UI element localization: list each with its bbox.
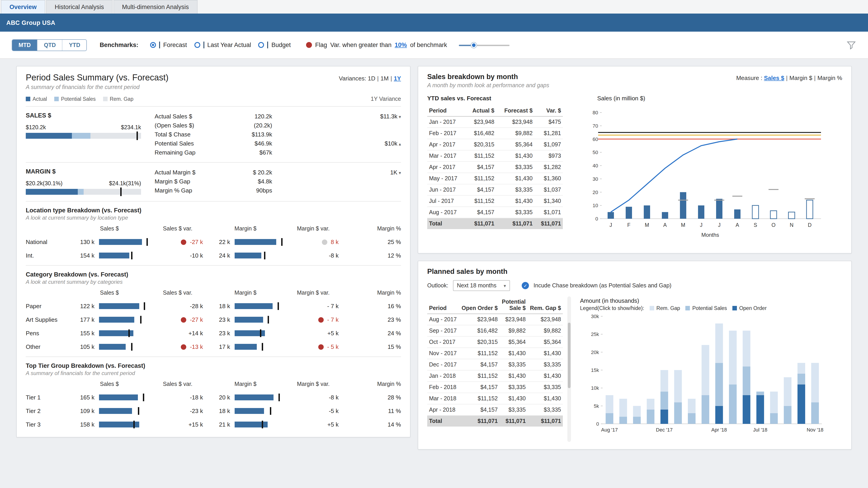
rem-gap-segment [770,392,778,413]
margin-variance-value: 8 k [331,238,339,246]
table-cell: Dec - 2017 [427,359,459,370]
row-name: Pens [26,330,66,337]
margin-variance: -8 k [288,252,339,259]
breakdown-title: Location type Breakdown (vs. Forecast) [26,207,401,214]
variance-link-1m[interactable]: 1M [380,75,389,82]
caret-down-icon[interactable]: ▾ [399,114,401,119]
legend-item-label: Rem. Gap [656,305,680,311]
column-header-sales: Sales $ [71,381,148,387]
radio-separator [203,41,204,48]
bar-fill [99,303,139,309]
slider-thumb[interactable] [471,42,477,48]
filter-icon[interactable] [846,40,856,50]
margin-value: 18 k [208,408,230,414]
table-cell: Aug - 2017 [427,207,465,218]
caret-up-icon[interactable]: ▴ [399,141,401,147]
column-header-sales: Sales $ [71,225,148,232]
benchmark-option-forecast[interactable]: Forecast [150,41,187,48]
svg-text:20: 20 [593,190,598,195]
table-cell: $1,430 [496,173,534,184]
margin-pct-value: 15 % [343,344,401,350]
margin-variance-value: - 7 k [327,316,339,323]
tab-overview[interactable]: Overview [1,0,45,13]
sales-summary-block-bullet-chart [26,133,141,139]
benchmark-option-last-year-actual[interactable]: Last Year Actual [194,41,251,48]
table-cell: $973 [534,150,563,162]
margin-bar [235,330,283,336]
chase-breakdown-checkbox[interactable]: ✓ [522,282,529,289]
legend-item-rem-gap[interactable]: Rem. Gap [650,305,680,311]
table-row: Jan - 2018$11,152$1,430$1,430 [427,370,563,382]
table-cell: $5,364 [496,139,534,150]
tab-historical-analysis[interactable]: Historical Analysis [46,0,113,13]
legend-swatch [103,97,107,101]
sales-summary-block-rows: Actual Sales $120.2k$11.3k▾(Open Sales $… [155,112,401,156]
sales-variance-value: -27 k [190,238,203,246]
table-cell: May - 2017 [427,173,465,184]
rem-gap-segment [715,324,723,363]
svg-text:Aug '17: Aug '17 [601,427,618,433]
legend-item-potential-sales[interactable]: Potential Sales [686,305,727,311]
table-cell: $11,071 [500,416,528,427]
margin-bar [235,422,283,427]
caret-down-icon[interactable]: ▾ [399,170,401,175]
flag-threshold-value[interactable]: 10% [395,41,407,48]
table-row: Jul - 2017$11,152$1,430$1,340 [427,195,563,207]
table-cell: $3,335 [500,359,528,370]
tab-multi-dimension-analysis[interactable]: Multi-dimension Analysis [114,0,197,13]
period-button-qtd[interactable]: QTD [37,39,62,51]
table-cell: $11,152 [465,173,496,184]
table-cell: $5,364 [500,336,528,348]
link-separator: | [377,75,379,82]
sales-value: 109 k [71,408,94,414]
rem-gap-segment [647,399,654,410]
margin-value: 24 k [208,252,230,259]
breakdown-top-tier-group-breakdown-vs-forecast: Top Tier Group Breakdown (vs. Forecast)A… [26,357,401,430]
scrollbar-thumb[interactable] [568,323,570,388]
bullet-segment [26,133,72,139]
ytd-table-body: Jan - 2017$23,948$23,948$475Feb - 2017$1… [427,116,563,229]
measure-link-margin[interactable]: Margin % [817,74,842,81]
dashboard-root: OverviewHistorical AnalysisMulti-dimensi… [0,0,868,488]
sales-value: 122 k [71,303,94,310]
table-cell: $3,335 [528,382,563,393]
sales-variance: -13 k [152,344,203,350]
table-cell: $3,335 [496,162,534,173]
margin-value: 22 k [208,238,230,246]
outlook-select[interactable]: Next 18 months ▾ [453,280,510,291]
measure-link-margin[interactable]: Margin $ [789,74,812,81]
svg-text:M: M [645,222,649,228]
variance-link-1d[interactable]: 1D [368,75,375,82]
column-header-sales-var: Sales $ var. [152,381,203,387]
table-cell: $1,430 [528,393,563,404]
margin-variance: - 5 k [288,344,339,350]
margin-variance-value: -8 k [329,394,339,401]
variance-link-1y[interactable]: 1Y [394,75,401,82]
summary-row-variance: $10k▴ [272,140,401,147]
table-cell: Total [427,218,465,229]
bar-fill [235,239,276,245]
summary-row-value: $67k [222,149,272,156]
sales-summary-block: SALES $$120.2k$234.1kActual Sales $120.2… [26,107,401,163]
period-button-ytd[interactable]: YTD [62,39,87,51]
period-button-mtd[interactable]: MTD [12,39,37,51]
table-scrollbar[interactable] [567,296,571,442]
table-cell: $3,335 [500,404,528,416]
table-cell: $4,157 [465,184,496,195]
legend-item-open-order[interactable]: Open Order [733,305,767,311]
breakdown-location-type-breakdown-vs-forecast: Location type Breakdown (vs. Forecast)A … [26,201,401,266]
threshold-slider[interactable] [459,42,509,48]
margin-pct-value: 12 % [343,252,401,259]
sales-bar [99,253,148,258]
table-cell: $23,948 [465,116,496,128]
margin-variance-value: +5 k [327,421,339,428]
sales-bar [99,422,148,427]
actual-bar [734,209,741,219]
table-cell: $11,071 [459,416,500,427]
margin-summary-block-bullet-chart [26,189,141,195]
benchmark-option-budget[interactable]: Budget [258,41,291,48]
svg-text:J: J [718,222,721,228]
table-cell: $1,430 [528,370,563,382]
measure-link-sales[interactable]: Sales $ [764,74,784,81]
planned-table: PeriodOpen Order $Potential Sale $Rem. G… [427,296,563,427]
